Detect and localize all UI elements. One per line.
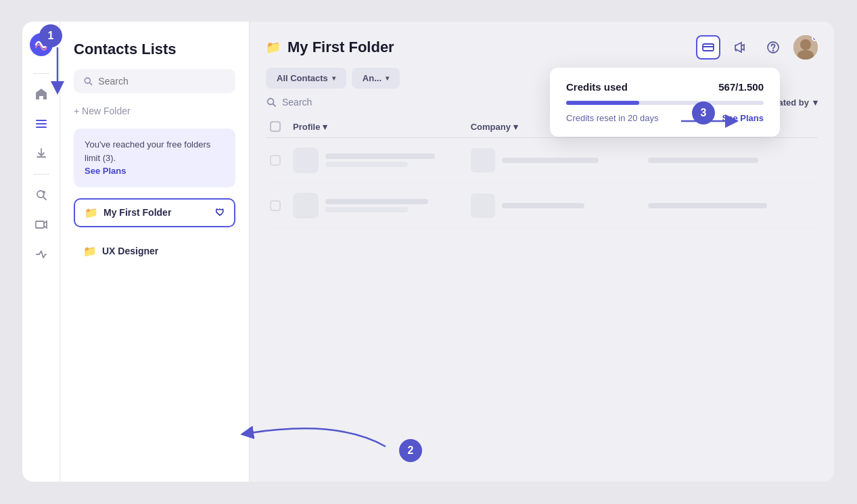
nav-search-contacts-btn[interactable] <box>29 183 53 207</box>
svg-line-19 <box>273 104 276 107</box>
credits-footer: Credits reset in 20 days See Plans <box>566 113 764 123</box>
created-by-chevron: ▾ <box>813 97 818 108</box>
credits-header: Credits used 567/1.500 <box>566 81 764 93</box>
row-2-name <box>325 199 428 204</box>
annotation-bubble-1: 1 <box>39 24 62 47</box>
new-folder-button[interactable]: + New Folder <box>74 104 235 118</box>
table-row <box>266 138 818 183</box>
header-check-col <box>266 121 285 132</box>
tab-chevron-2: ▾ <box>386 74 389 82</box>
row-1-checkbox[interactable] <box>270 155 281 166</box>
tab-chevron-1: ▾ <box>332 74 335 82</box>
svg-point-16 <box>800 39 811 50</box>
data-table: Profile ▾ Company ▾ Email ▾ <box>250 116 834 482</box>
svg-rect-8 <box>36 221 44 228</box>
folder-dark-icon: 📁 <box>85 206 98 219</box>
row-1-text <box>325 154 463 167</box>
notice-see-plans-link[interactable]: See Plans <box>85 166 126 176</box>
credits-button[interactable] <box>696 35 720 60</box>
col-profile-chevron: ▾ <box>323 122 327 132</box>
nav-lists-btn[interactable] <box>29 112 53 136</box>
nav-home-btn[interactable] <box>29 82 53 106</box>
main-header: 📁 My First Folder <box>250 22 834 60</box>
row-1-company-logo <box>471 148 495 173</box>
col-header-profile: Profile ▾ <box>293 122 463 132</box>
folder-shield-icon: 🛡 <box>215 207 225 218</box>
help-button[interactable] <box>761 35 785 60</box>
col-company-label: Company <box>471 122 511 132</box>
header-checkbox[interactable] <box>270 121 281 132</box>
svg-rect-11 <box>703 44 714 51</box>
table-search[interactable]: Search <box>266 97 312 108</box>
sidebar-search-icon <box>83 76 93 87</box>
folder-item-name: My First Folder <box>103 207 171 218</box>
row-2-text <box>325 199 463 212</box>
row-1-subtitle <box>325 162 408 167</box>
sidebar-search-input[interactable] <box>98 76 226 87</box>
row-1-company-text <box>502 158 641 163</box>
folder-ux-name: UX Designer <box>102 246 158 256</box>
folder-item-my-first-folder[interactable]: 📁 My First Folder 🛡 <box>74 198 235 227</box>
svg-line-6 <box>43 197 46 200</box>
tab-all-contacts-label: All Contacts <box>277 73 328 83</box>
nav-campaigns-btn[interactable] <box>29 212 53 237</box>
row-1-company <box>471 148 641 173</box>
app-wrapper: Contacts Lists + New Folder You've reach… <box>22 22 834 482</box>
notifications-button[interactable] <box>728 35 753 60</box>
megaphone-icon <box>735 41 747 53</box>
free-folders-notice: You've reached your free folders limit (… <box>74 129 235 187</box>
row-1-profile <box>293 147 463 173</box>
credits-icon <box>702 41 714 53</box>
nav-divider-1 <box>33 73 49 74</box>
tab-2[interactable]: An... ▾ <box>352 68 400 89</box>
svg-point-14 <box>773 51 774 51</box>
row-2-email-text <box>648 203 766 208</box>
help-icon <box>767 41 779 53</box>
col-company-chevron: ▾ <box>513 122 518 132</box>
user-avatar[interactable] <box>793 35 818 60</box>
sidebar-search-box[interactable] <box>74 69 235 93</box>
table-search-placeholder: Search <box>282 97 312 108</box>
table-search-icon <box>266 97 277 108</box>
main-content: 📁 My First Folder <box>250 22 834 482</box>
svg-rect-4 <box>36 127 47 128</box>
row-2-subtitle <box>325 207 408 212</box>
row-1-company-name <box>502 158 599 163</box>
svg-line-10 <box>89 83 91 85</box>
credits-see-plans-link[interactable]: See Plans <box>722 113 764 123</box>
header-title: My First Folder <box>287 39 394 56</box>
annotation-bubble-2: 2 <box>399 439 422 462</box>
header-left: 📁 My First Folder <box>266 39 394 56</box>
row-2-email <box>648 203 818 208</box>
row-1-avatar <box>293 147 319 173</box>
row-1-name <box>325 154 435 159</box>
row-1-email-text <box>648 158 758 163</box>
row-2-company <box>471 193 641 218</box>
header-actions <box>696 35 818 60</box>
credits-used-label: Credits used <box>566 81 628 93</box>
nav-sidebar <box>22 22 60 482</box>
folder-purple-icon: 📁 <box>83 245 97 258</box>
annotation-bubble-3: 3 <box>692 101 715 124</box>
tab-all-contacts[interactable]: All Contacts ▾ <box>266 68 346 89</box>
contacts-panel: Contacts Lists + New Folder You've reach… <box>60 22 250 482</box>
col-profile-label: Profile <box>293 122 320 132</box>
credits-value: 567/1.500 <box>718 81 764 93</box>
row-2-avatar <box>293 193 319 219</box>
nav-divider-2 <box>33 174 49 175</box>
folder-ux-left: 📁 UX Designer <box>83 245 158 258</box>
notice-text: You've reached your free folders limit (… <box>85 139 210 163</box>
new-folder-label: + New Folder <box>74 106 131 116</box>
row-2-checkbox[interactable] <box>270 200 281 211</box>
row-2-check[interactable] <box>266 200 285 211</box>
row-1-check[interactable] <box>266 155 285 166</box>
row-2-company-text <box>502 203 641 208</box>
nav-automations-btn[interactable] <box>29 242 53 267</box>
svg-rect-2 <box>36 120 47 121</box>
table-row <box>266 183 818 229</box>
tab-2-label: An... <box>363 73 381 83</box>
credits-reset-text: Credits reset in 20 days <box>566 113 659 123</box>
folder-item-ux-designer[interactable]: 📁 UX Designer <box>74 238 235 265</box>
row-2-company-logo <box>471 193 495 218</box>
nav-import-btn[interactable] <box>29 141 53 166</box>
